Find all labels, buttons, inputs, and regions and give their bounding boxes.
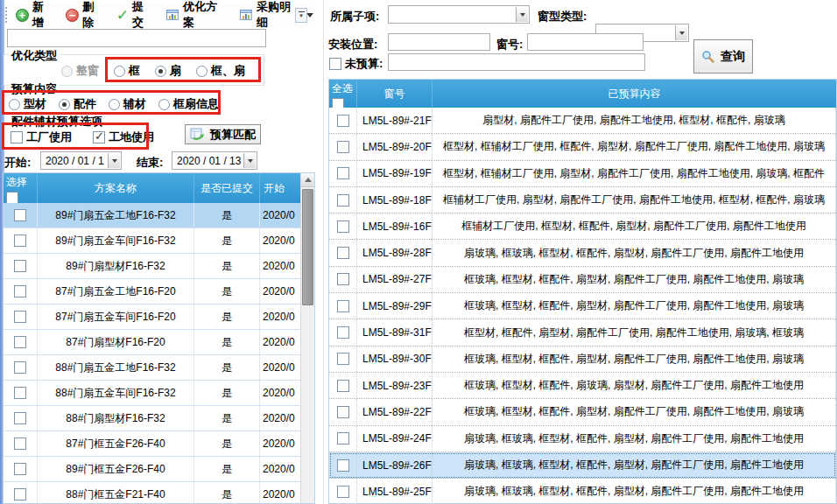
row-checkbox[interactable] xyxy=(14,488,26,500)
window-type-dropdown-button[interactable] xyxy=(675,25,687,40)
row-checkbox[interactable] xyxy=(337,167,349,179)
table-row[interactable]: 88#门扇五金车间F16-F32 是 2020/0 xyxy=(4,381,314,406)
end-date-dropdown-button[interactable] xyxy=(243,153,256,168)
row-checkbox[interactable] xyxy=(337,273,349,285)
radio-frame-sash[interactable]: 框、扇 xyxy=(196,63,245,79)
submitted-cell: 是 xyxy=(194,304,260,329)
radio-frame[interactable]: 框 xyxy=(114,63,140,79)
start-date-picker[interactable]: 2020 / 01 / 1 xyxy=(40,151,122,170)
toolbar-grip-handle[interactable] xyxy=(5,7,8,23)
table-row[interactable]: LM5L-89#-22F20 框玻璃, 框型材, 框配件, 扇型材, 扇配件工厂… xyxy=(329,399,836,425)
sub-item-dropdown-button[interactable] xyxy=(516,7,528,22)
plan-name-column-header[interactable]: 方案名称 xyxy=(38,173,194,203)
checkbox-factory-use[interactable]: 工厂使用 xyxy=(11,130,72,145)
radio-auxiliary[interactable]: 辅材 xyxy=(109,96,146,112)
plan-table-scrollbar[interactable] xyxy=(300,173,314,503)
table-row[interactable]: 88#门扇型材F16-F32 是 2020/0 xyxy=(4,406,314,431)
table-row[interactable]: LM5L-89#-30F28 框玻璃, 框型材, 框配件, 扇型材, 扇配件工厂… xyxy=(329,346,836,373)
table-row[interactable]: LM5L-89#-25F23 扇玻璃, 框玻璃, 框型材, 框配件, 扇型材, … xyxy=(329,479,836,504)
row-checkbox[interactable] xyxy=(337,406,349,418)
query-button[interactable]: 查询 xyxy=(693,39,753,74)
table-row[interactable]: 89#门扇五金工地F16-F32 是 2020/0 xyxy=(4,203,314,228)
install-pos-input[interactable] xyxy=(388,33,490,51)
row-checkbox[interactable] xyxy=(14,260,26,272)
table-row[interactable]: LM5L-89#-28F26 扇玻璃, 框玻璃, 框型材, 框配件, 扇型材, … xyxy=(329,240,836,266)
unbudgeted-input[interactable] xyxy=(388,53,645,71)
table-row[interactable]: 87#门框五金F26-F40 是 2020/0 xyxy=(4,431,314,457)
submitted-column-header[interactable]: 是否已提交 xyxy=(194,173,260,203)
window-no-input[interactable] xyxy=(527,33,644,51)
radio-frame-sash-info[interactable]: 框扇信息 xyxy=(158,96,219,112)
row-checkbox[interactable] xyxy=(337,220,349,233)
radio-accessory[interactable]: 配件 xyxy=(59,96,96,112)
row-checkbox[interactable] xyxy=(14,387,26,399)
table-row[interactable]: 89#门扇型材F16-F32 是 2020/0 xyxy=(4,254,314,279)
start-date-dropdown-button[interactable] xyxy=(108,153,120,168)
table-row[interactable]: LM5L-89#-16F15 框辅材工厂使用, 框型材, 框配件, 扇型材, 扇… xyxy=(329,214,836,240)
table-row[interactable]: 87#门扇五金工地F16-F20 是 2020/0 xyxy=(4,279,314,304)
row-checkbox[interactable] xyxy=(14,438,26,450)
row-checkbox[interactable] xyxy=(337,194,349,206)
table-row[interactable]: 88#门框五金F21-F40 是 2020/0 xyxy=(4,482,314,504)
row-checkbox[interactable] xyxy=(14,311,26,323)
sub-item-combo[interactable] xyxy=(388,5,530,24)
row-checkbox[interactable] xyxy=(14,412,26,424)
table-row[interactable]: LM5L-89#-29F27 框玻璃, 框型材, 框配件, 扇型材, 扇配件工厂… xyxy=(329,293,836,319)
table-row[interactable]: LM5L-89#-27F25 框玻璃, 框型材, 框配件, 扇型材, 扇配件工厂… xyxy=(329,267,836,293)
scrollbar-thumb[interactable] xyxy=(302,189,313,305)
table-row[interactable]: LM5L-89#-24F22 扇玻璃, 框玻璃, 框型材, 框配件, 扇型材, … xyxy=(329,426,836,452)
row-checkbox[interactable] xyxy=(14,361,26,374)
row-checkbox[interactable] xyxy=(14,336,26,348)
row-checkbox[interactable] xyxy=(337,247,349,259)
table-row[interactable]: LM5L-89#-20F18 框型材, 框辅材工厂使用, 框配件, 扇型材, 扇… xyxy=(329,134,836,160)
radio-profile[interactable]: 型材 xyxy=(9,96,46,112)
radio-whole-window[interactable]: 整窗 xyxy=(61,63,99,79)
checkbox-site-use[interactable]: 工地使用 xyxy=(93,130,154,145)
row-checkbox[interactable] xyxy=(14,234,26,247)
row-checkbox[interactable] xyxy=(337,353,349,365)
table-row[interactable]: 88#门扇五金工地F16-F32 是 2020/0 xyxy=(4,355,314,381)
row-checkbox[interactable] xyxy=(337,432,349,444)
select-all-checkbox[interactable] xyxy=(332,98,344,108)
end-date-picker[interactable]: 2020 / 01 / 13 xyxy=(172,151,257,170)
row-checkbox[interactable] xyxy=(337,380,349,392)
plan-name-cell: 87#门扇型材F16-F20 xyxy=(38,330,194,354)
window-no-column-header[interactable]: 窗号 xyxy=(357,80,433,108)
table-row[interactable]: 89#门框五金F26-F40 是 2020/0 xyxy=(4,457,314,482)
row-checkbox[interactable] xyxy=(337,300,349,312)
table-row[interactable]: LM5L-89#-21F19 扇型材, 扇配件工厂使用, 扇配件工地使用, 框型… xyxy=(329,108,836,134)
radio-icon xyxy=(9,99,20,110)
scrollbar-up-arrow[interactable] xyxy=(301,173,314,187)
table-row[interactable]: LM5L-89#-31F29 框型材, 框配件, 扇型材, 扇配件工厂使用, 扇… xyxy=(329,319,836,346)
row-checkbox[interactable] xyxy=(14,463,26,475)
table-row[interactable]: 87#门扇型材F16-F20 是 2020/0 xyxy=(4,330,314,355)
plus-circle-icon: + xyxy=(16,9,29,22)
budgeted-content-cell: 框辅材工厂使用, 框型材, 框配件, 扇型材, 扇配件工厂使用, 扇配件工地使用 xyxy=(433,214,836,239)
submit-button[interactable]: ✓ 提交 xyxy=(116,0,155,31)
budget-match-button[interactable]: 预算匹配 xyxy=(185,124,261,144)
table-row[interactable]: LM5L-89#-23F21 框玻璃, 框型材, 框配件, 扇玻璃, 扇型材, … xyxy=(329,373,836,399)
optimize-plan-button[interactable]: 优化方案 xyxy=(165,0,228,31)
submitted-cell: 是 xyxy=(194,431,260,456)
row-checkbox[interactable] xyxy=(337,326,349,339)
table-row[interactable]: LM5L-89#-19F17 框型材, 框辅材工厂使用, 扇型材, 扇配件工厂使… xyxy=(329,161,836,187)
add-button[interactable]: + 新增 xyxy=(16,0,54,31)
toolbar-overflow-button[interactable]: ▾ xyxy=(295,8,307,23)
panel-splitter[interactable] xyxy=(323,0,324,504)
row-checkbox[interactable] xyxy=(14,285,26,298)
row-checkbox[interactable] xyxy=(337,141,349,153)
row-checkbox[interactable] xyxy=(337,459,349,472)
table-row[interactable]: 89#门扇五金车间F16-F32 是 2020/0 xyxy=(4,228,314,254)
checkbox-unbudgeted[interactable]: 未预算: xyxy=(329,56,383,72)
budgeted-content-column-header[interactable]: 已预算内容 xyxy=(433,80,836,108)
radio-sash[interactable]: 扇 xyxy=(155,63,181,79)
select-all-checkbox[interactable] xyxy=(6,192,18,203)
plan-filter-input[interactable] xyxy=(7,29,266,47)
row-checkbox[interactable] xyxy=(337,115,349,127)
delete-button[interactable]: − 删除 xyxy=(66,0,104,31)
row-checkbox[interactable] xyxy=(14,209,26,221)
table-row[interactable]: 87#门扇五金车间F16-F20 是 2020/0 xyxy=(4,304,314,330)
table-row-highlighted[interactable]: LM5L-89#-26F24 扇玻璃, 框玻璃, 框型材, 框配件, 扇型材, … xyxy=(329,452,836,479)
table-row[interactable]: LM5L-89#-18F16 框辅材工厂使用, 扇型材, 扇配件工厂使用, 扇配… xyxy=(329,187,836,214)
row-checkbox[interactable] xyxy=(337,486,349,498)
